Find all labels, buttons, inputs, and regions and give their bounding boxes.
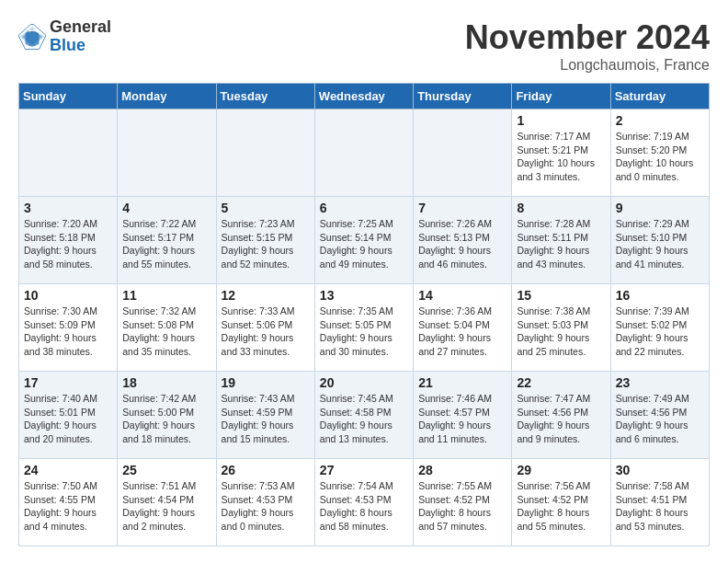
calendar-week-row: 1Sunrise: 7:17 AM Sunset: 5:21 PM Daylig…	[19, 109, 710, 197]
calendar-day-cell: 23Sunrise: 7:49 AM Sunset: 4:56 PM Dayli…	[610, 372, 709, 459]
logo-icon	[18, 23, 46, 51]
calendar-day-cell: 21Sunrise: 7:46 AM Sunset: 4:57 PM Dayli…	[414, 372, 512, 459]
day-info: Sunrise: 7:26 AM Sunset: 5:13 PM Dayligh…	[418, 217, 506, 271]
day-number: 13	[320, 288, 408, 303]
day-number: 19	[222, 375, 310, 390]
day-number: 29	[517, 463, 605, 477]
calendar-day-cell: 29Sunrise: 7:56 AM Sunset: 4:52 PM Dayli…	[512, 459, 610, 546]
day-info: Sunrise: 7:33 AM Sunset: 5:06 PM Dayligh…	[222, 304, 310, 359]
day-number: 18	[122, 375, 210, 390]
day-info: Sunrise: 7:30 AM Sunset: 5:09 PM Dayligh…	[24, 304, 112, 359]
day-info: Sunrise: 7:56 AM Sunset: 4:52 PM Dayligh…	[517, 479, 605, 534]
calendar-day-cell: 20Sunrise: 7:45 AM Sunset: 4:58 PM Dayli…	[314, 372, 413, 459]
calendar-empty-cell	[118, 109, 216, 197]
calendar-empty-cell	[314, 109, 413, 197]
logo-text: General Blue	[50, 18, 111, 55]
calendar-day-cell: 11Sunrise: 7:32 AM Sunset: 5:08 PM Dayli…	[118, 284, 216, 372]
day-info: Sunrise: 7:38 AM Sunset: 5:03 PM Dayligh…	[517, 304, 605, 359]
day-number: 6	[320, 201, 408, 215]
day-number: 28	[418, 463, 506, 477]
day-number: 7	[418, 201, 506, 215]
calendar-day-cell: 12Sunrise: 7:33 AM Sunset: 5:06 PM Dayli…	[216, 284, 314, 372]
calendar-day-cell: 13Sunrise: 7:35 AM Sunset: 5:05 PM Dayli…	[314, 284, 413, 372]
day-info: Sunrise: 7:49 AM Sunset: 4:56 PM Dayligh…	[616, 392, 704, 446]
calendar-day-cell: 5Sunrise: 7:23 AM Sunset: 5:15 PM Daylig…	[216, 197, 314, 284]
weekday-header-row: SundayMondayTuesdayWednesdayThursdayFrid…	[19, 84, 710, 109]
day-info: Sunrise: 7:39 AM Sunset: 5:02 PM Dayligh…	[616, 304, 704, 359]
day-info: Sunrise: 7:36 AM Sunset: 5:04 PM Dayligh…	[418, 304, 506, 359]
weekday-header-thursday: Thursday	[414, 84, 512, 109]
day-number: 16	[616, 288, 704, 303]
day-number: 20	[320, 375, 408, 390]
logo-general-text: General	[50, 18, 111, 37]
calendar-day-cell: 25Sunrise: 7:51 AM Sunset: 4:54 PM Dayli…	[118, 459, 216, 546]
day-info: Sunrise: 7:45 AM Sunset: 4:58 PM Dayligh…	[320, 392, 408, 446]
calendar-week-row: 3Sunrise: 7:20 AM Sunset: 5:18 PM Daylig…	[19, 197, 710, 284]
day-info: Sunrise: 7:58 AM Sunset: 4:51 PM Dayligh…	[616, 479, 704, 534]
day-info: Sunrise: 7:29 AM Sunset: 5:10 PM Dayligh…	[616, 217, 704, 271]
calendar-day-cell: 17Sunrise: 7:40 AM Sunset: 5:01 PM Dayli…	[19, 372, 118, 459]
day-number: 11	[122, 288, 210, 303]
calendar-day-cell: 26Sunrise: 7:53 AM Sunset: 4:53 PM Dayli…	[216, 459, 314, 546]
day-number: 27	[320, 463, 408, 477]
calendar-week-row: 24Sunrise: 7:50 AM Sunset: 4:55 PM Dayli…	[19, 459, 710, 546]
day-number: 24	[24, 463, 112, 477]
day-number: 14	[418, 288, 506, 303]
day-info: Sunrise: 7:35 AM Sunset: 5:05 PM Dayligh…	[320, 304, 408, 359]
day-info: Sunrise: 7:22 AM Sunset: 5:17 PM Dayligh…	[122, 217, 210, 271]
weekday-header-sunday: Sunday	[19, 84, 118, 109]
calendar-day-cell: 8Sunrise: 7:28 AM Sunset: 5:11 PM Daylig…	[512, 197, 610, 284]
day-info: Sunrise: 7:40 AM Sunset: 5:01 PM Dayligh…	[24, 392, 112, 446]
calendar-week-row: 10Sunrise: 7:30 AM Sunset: 5:09 PM Dayli…	[19, 284, 710, 372]
day-info: Sunrise: 7:23 AM Sunset: 5:15 PM Dayligh…	[222, 217, 310, 271]
day-info: Sunrise: 7:54 AM Sunset: 4:53 PM Dayligh…	[320, 479, 408, 534]
day-number: 3	[24, 201, 112, 215]
day-number: 17	[24, 375, 112, 390]
day-number: 9	[616, 201, 704, 215]
calendar-day-cell: 15Sunrise: 7:38 AM Sunset: 5:03 PM Dayli…	[512, 284, 610, 372]
calendar-day-cell: 9Sunrise: 7:29 AM Sunset: 5:10 PM Daylig…	[610, 197, 709, 284]
day-number: 25	[122, 463, 210, 477]
calendar-day-cell: 4Sunrise: 7:22 AM Sunset: 5:17 PM Daylig…	[118, 197, 216, 284]
day-info: Sunrise: 7:46 AM Sunset: 4:57 PM Dayligh…	[418, 392, 506, 446]
day-info: Sunrise: 7:28 AM Sunset: 5:11 PM Dayligh…	[517, 217, 605, 271]
day-info: Sunrise: 7:53 AM Sunset: 4:53 PM Dayligh…	[222, 479, 310, 534]
calendar-empty-cell	[19, 109, 118, 197]
calendar-day-cell: 7Sunrise: 7:26 AM Sunset: 5:13 PM Daylig…	[414, 197, 512, 284]
day-number: 21	[418, 375, 506, 390]
day-info: Sunrise: 7:19 AM Sunset: 5:20 PM Dayligh…	[616, 130, 704, 184]
weekday-header-wednesday: Wednesday	[314, 84, 413, 109]
day-number: 15	[517, 288, 605, 303]
day-number: 1	[517, 113, 605, 128]
calendar-week-row: 17Sunrise: 7:40 AM Sunset: 5:01 PM Dayli…	[19, 372, 710, 459]
weekday-header-saturday: Saturday	[610, 84, 709, 109]
calendar-empty-cell	[216, 109, 314, 197]
day-number: 22	[517, 375, 605, 390]
day-number: 10	[24, 288, 112, 303]
title-area: November 2024 Longchaumois, France	[465, 18, 710, 74]
day-info: Sunrise: 7:47 AM Sunset: 4:56 PM Dayligh…	[517, 392, 605, 446]
day-info: Sunrise: 7:25 AM Sunset: 5:14 PM Dayligh…	[320, 217, 408, 271]
calendar-day-cell: 28Sunrise: 7:55 AM Sunset: 4:52 PM Dayli…	[414, 459, 512, 546]
day-number: 4	[122, 201, 210, 215]
calendar-day-cell: 6Sunrise: 7:25 AM Sunset: 5:14 PM Daylig…	[314, 197, 413, 284]
day-number: 23	[616, 375, 704, 390]
day-info: Sunrise: 7:50 AM Sunset: 4:55 PM Dayligh…	[24, 479, 112, 534]
day-info: Sunrise: 7:55 AM Sunset: 4:52 PM Dayligh…	[418, 479, 506, 534]
weekday-header-monday: Monday	[118, 84, 216, 109]
day-info: Sunrise: 7:42 AM Sunset: 5:00 PM Dayligh…	[122, 392, 210, 446]
day-number: 8	[517, 201, 605, 215]
day-number: 26	[222, 463, 310, 477]
day-info: Sunrise: 7:51 AM Sunset: 4:54 PM Dayligh…	[122, 479, 210, 534]
calendar-empty-cell	[414, 109, 512, 197]
day-info: Sunrise: 7:32 AM Sunset: 5:08 PM Dayligh…	[122, 304, 210, 359]
calendar-day-cell: 2Sunrise: 7:19 AM Sunset: 5:20 PM Daylig…	[610, 109, 709, 197]
calendar-day-cell: 10Sunrise: 7:30 AM Sunset: 5:09 PM Dayli…	[19, 284, 118, 372]
calendar-day-cell: 3Sunrise: 7:20 AM Sunset: 5:18 PM Daylig…	[19, 197, 118, 284]
day-number: 2	[616, 113, 704, 128]
calendar-day-cell: 30Sunrise: 7:58 AM Sunset: 4:51 PM Dayli…	[610, 459, 709, 546]
calendar-day-cell: 1Sunrise: 7:17 AM Sunset: 5:21 PM Daylig…	[512, 109, 610, 197]
weekday-header-friday: Friday	[512, 84, 610, 109]
day-info: Sunrise: 7:43 AM Sunset: 4:59 PM Dayligh…	[222, 392, 310, 446]
day-number: 12	[222, 288, 310, 303]
